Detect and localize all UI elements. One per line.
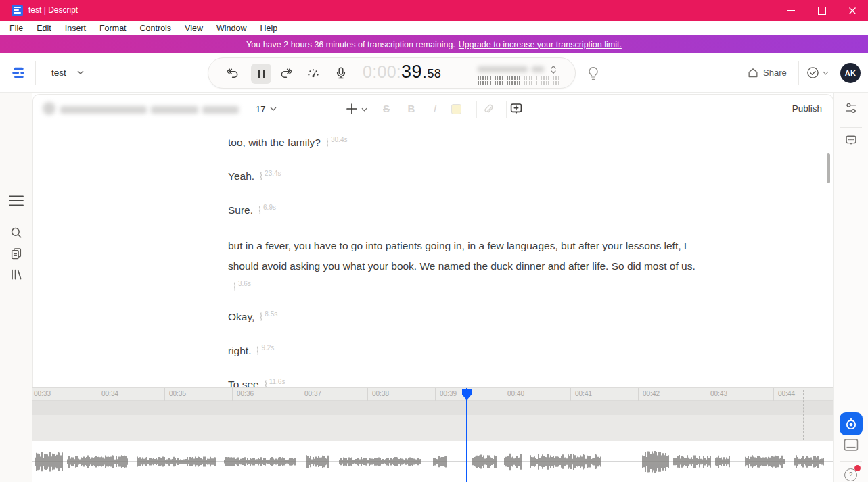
transcript-text[interactable]: too, with the family?	[228, 137, 321, 148]
share-button[interactable]: Share	[763, 68, 787, 78]
follow-playhead-button[interactable]	[840, 412, 863, 435]
menu-item-file[interactable]: File	[3, 24, 30, 33]
timeline-ruler[interactable]: 00:3300:3400:3500:3600:3700:3800:3900:40…	[32, 388, 833, 401]
timeline-track[interactable]: Iti\	[32, 415, 833, 441]
properties-sliders-icon[interactable]	[845, 102, 857, 114]
lightbulb-icon[interactable]	[586, 66, 601, 80]
transcript-text[interactable]: Yeah.	[228, 170, 254, 182]
hamburger-menu-icon[interactable]	[9, 194, 24, 208]
gap-duration[interactable]: 23.4s	[265, 170, 281, 177]
transcript-text[interactable]: Sure.	[228, 204, 253, 216]
timecode-display[interactable]: 0:00:39.58	[363, 62, 441, 82]
redo-icon[interactable]	[279, 66, 293, 80]
search-icon[interactable]	[10, 226, 22, 239]
transcript-block[interactable]: Okay,8.5s	[228, 310, 277, 325]
window-title: test | Descript	[28, 5, 78, 15]
chevron-down-icon[interactable]	[361, 107, 367, 112]
ruler-tick-line	[638, 388, 639, 401]
ruler-tick-label: 00:34	[101, 390, 118, 397]
waveform-zone	[32, 441, 833, 482]
library-icon[interactable]	[10, 268, 22, 281]
publish-button[interactable]: Publish	[792, 103, 822, 114]
transcript-block[interactable]: but in a fever, you have to go into pati…	[228, 236, 704, 298]
transcript-text[interactable]: To see	[228, 379, 259, 387]
maximize-icon	[818, 7, 826, 15]
ruler-tick-label: 00:43	[710, 390, 727, 397]
scrollbar-thumb[interactable]	[827, 153, 830, 183]
highlight-button[interactable]	[451, 104, 461, 114]
share-home-icon[interactable]	[747, 67, 759, 79]
transcript-block[interactable]: Sure.6.9s	[228, 203, 276, 218]
project-name[interactable]: test	[51, 68, 66, 78]
gap-duration[interactable]: 8.5s	[265, 310, 277, 318]
menu-item-controls[interactable]: Controls	[133, 24, 179, 33]
undo-icon[interactable]	[226, 66, 239, 80]
page-dropdown[interactable]: 17	[256, 104, 265, 114]
chevron-updown-icon[interactable]	[550, 64, 557, 75]
speaker-selector-blurred[interactable]	[478, 66, 528, 72]
bold-button[interactable]: B	[404, 103, 419, 114]
close-button[interactable]	[837, 0, 868, 21]
document-card: 17 S B I Publish too, with the family?30…	[32, 94, 833, 387]
microphone-icon[interactable]	[334, 66, 348, 80]
gap-duration[interactable]: 11.6s	[269, 378, 285, 385]
upgrade-link[interactable]: Upgrade to increase your transcription l…	[459, 40, 622, 49]
transcript-text[interactable]: Okay,	[228, 311, 254, 322]
gap-duration[interactable]: 9.2s	[261, 344, 274, 352]
menu-item-help[interactable]: Help	[253, 24, 284, 33]
descript-logo-icon[interactable]	[11, 66, 26, 80]
transcript-text[interactable]: but in a fever, you have to go into pati…	[228, 240, 695, 272]
document-title-blurred[interactable]	[60, 106, 147, 114]
gap-marker-icon	[232, 282, 237, 291]
menu-item-window[interactable]: Window	[210, 24, 253, 33]
add-block-icon[interactable]	[346, 103, 358, 115]
ruler-tick-line	[232, 388, 233, 401]
chevron-down-icon[interactable]	[823, 71, 829, 75]
gap-marker-icon	[325, 138, 330, 147]
ruler-tick-label: 00:40	[507, 390, 524, 397]
menu-item-insert[interactable]: Insert	[58, 24, 93, 33]
doc-icon-blurred	[43, 102, 55, 115]
gap-duration[interactable]: 6.9s	[263, 203, 276, 211]
paperclip-icon[interactable]	[482, 103, 494, 115]
italic-button[interactable]: I	[427, 103, 442, 115]
ruler-tick-label: 00:44	[778, 390, 795, 397]
maximize-button[interactable]	[806, 0, 838, 21]
transcript-block[interactable]: too, with the family?30.4s	[228, 136, 347, 151]
ruler-tick-line	[706, 388, 706, 401]
speed-dial-icon[interactable]	[306, 67, 320, 80]
banner-text: You have 2 hours 36 minutes of transcrip…	[246, 40, 455, 49]
minimize-button[interactable]	[775, 0, 806, 21]
menu-item-edit[interactable]: Edit	[30, 24, 58, 33]
toggle-panel-icon[interactable]	[844, 438, 859, 452]
menu-item-format[interactable]: Format	[93, 24, 133, 33]
gap-marker-icon	[263, 380, 269, 387]
transcript-text[interactable]: right.	[228, 345, 251, 356]
strikethrough-button[interactable]: S	[379, 103, 394, 114]
transcript-block[interactable]: right.9.2s	[228, 344, 274, 359]
gap-duration[interactable]: 3.6s	[238, 280, 251, 287]
notification-dot	[854, 465, 861, 471]
playhead-line	[466, 388, 467, 482]
ruler-tick-line	[435, 388, 436, 401]
menu-item-view[interactable]: View	[178, 24, 210, 33]
minimize-icon	[787, 10, 795, 11]
chevron-down-icon[interactable]	[270, 107, 277, 111]
timecode-prefix: 0:00:	[363, 62, 401, 82]
transcript-block[interactable]: To see11.6s	[228, 378, 285, 387]
gap-duration[interactable]: 30.4s	[331, 136, 347, 143]
right-rail: ?	[833, 93, 868, 482]
volume-meter	[478, 76, 560, 80]
timecode-fraction: 58	[428, 67, 442, 81]
pause-button[interactable]	[251, 64, 271, 84]
waveform[interactable]	[32, 441, 833, 482]
comments-icon[interactable]	[845, 134, 857, 147]
transcript-block[interactable]: Yeah.23.4s	[228, 170, 281, 185]
help-icon: ?	[849, 471, 853, 479]
avatar[interactable]: AK	[840, 63, 861, 83]
pages-copy-icon[interactable]	[10, 247, 22, 260]
chevron-down-icon[interactable]	[77, 70, 84, 74]
gap-marker-icon	[258, 172, 264, 180]
add-comment-icon[interactable]	[509, 102, 523, 116]
check-circle-icon[interactable]	[806, 66, 819, 79]
